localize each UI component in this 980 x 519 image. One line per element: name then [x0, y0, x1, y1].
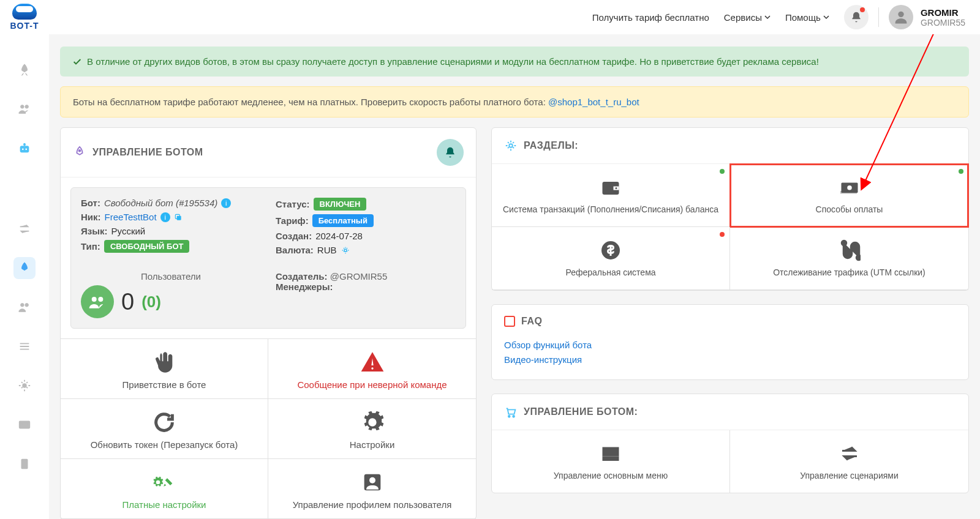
svg-point-2 — [25, 105, 28, 109]
svg-point-30 — [857, 256, 861, 260]
status-dot — [720, 232, 725, 237]
nav-free-tariff[interactable]: Получить тариф бесплатно — [592, 12, 709, 23]
svg-rect-13 — [176, 215, 181, 220]
gear-icon[interactable] — [341, 245, 350, 255]
sidebar-item-people[interactable] — [13, 296, 36, 318]
section-payment-methods[interactable]: Способы оплаты — [730, 164, 968, 227]
logo-text: BOT-T — [10, 21, 39, 31]
bot-icon — [18, 141, 31, 155]
divider — [878, 7, 879, 27]
users-icon — [81, 285, 114, 318]
wallet-icon — [600, 176, 622, 198]
swap-icon — [839, 442, 861, 465]
sidebar-item-rocket[interactable] — [13, 59, 36, 81]
tarif-badge: Бесплатный — [312, 214, 374, 227]
sections-title: РАЗДЕЛЫ: — [524, 140, 578, 151]
logo[interactable]: BOT-T — [0, 0, 49, 34]
tile-paid-settings[interactable]: Платные настройки — [61, 459, 268, 519]
svg-rect-11 — [21, 460, 27, 469]
cart-icon — [504, 405, 518, 419]
sidebar-item-launch[interactable] — [13, 257, 36, 279]
sidebar-item-stack[interactable] — [13, 335, 36, 357]
copy-icon[interactable] — [174, 213, 183, 222]
chevron-down-icon — [764, 14, 771, 20]
sidebar — [0, 34, 49, 519]
info-icon[interactable]: i — [221, 198, 231, 208]
svg-point-17 — [98, 297, 103, 302]
status-dot — [720, 169, 725, 174]
tile-wrong-cmd[interactable]: Сообщение при неверной команде — [268, 339, 476, 399]
svg-point-16 — [92, 297, 97, 302]
status-badge: ВКЛЮЧЕН — [314, 198, 367, 211]
rocket-icon — [18, 261, 31, 275]
avatar[interactable] — [889, 5, 913, 29]
tile-settings[interactable]: Настройки — [268, 399, 476, 459]
svg-point-7 — [21, 304, 24, 307]
manage-main-menu[interactable]: Управление основным меню — [492, 430, 730, 493]
route-icon — [839, 239, 861, 261]
stack-icon — [18, 340, 31, 353]
svg-point-24 — [616, 187, 617, 189]
menu-icon — [600, 442, 622, 465]
svg-point-5 — [25, 148, 27, 150]
svg-rect-34 — [603, 453, 618, 456]
swap-icon — [18, 222, 31, 236]
sidebar-item-swap[interactable] — [13, 218, 36, 240]
users-count: 0 — [121, 289, 134, 315]
manage-scenarios[interactable]: Управление сценариями — [730, 430, 968, 493]
faq-link-video[interactable]: Видео-инструкция — [504, 353, 956, 367]
nav-help[interactable]: Помощь — [785, 12, 829, 23]
sidebar-item-users[interactable] — [13, 98, 36, 120]
faq-card: FAQ Обзор функций бота Видео-инструкция — [491, 304, 969, 380]
notifications-button[interactable] — [844, 5, 869, 29]
section-referral[interactable]: Реферальная система — [492, 227, 730, 290]
sidebar-item-settings[interactable] — [13, 375, 36, 397]
sidebar-item-device[interactable] — [13, 453, 36, 475]
section-transactions[interactable]: Система транзакций (Пополнения/Списания)… — [492, 164, 730, 227]
tile-greeting[interactable]: Приветствие в боте — [61, 339, 268, 399]
money-icon — [839, 176, 861, 198]
info-icon[interactable]: i — [160, 212, 170, 222]
rocket-icon — [73, 146, 86, 159]
topbar: BOT-T Получить тариф бесплатно Сервисы П… — [0, 0, 980, 34]
wave-icon — [152, 350, 176, 375]
svg-point-12 — [79, 150, 81, 152]
users-icon — [18, 102, 31, 116]
svg-rect-33 — [603, 448, 618, 451]
svg-rect-6 — [23, 143, 26, 146]
sidebar-item-mail[interactable] — [13, 414, 36, 436]
svg-point-0 — [898, 12, 903, 17]
svg-point-26 — [847, 185, 852, 190]
nav-services[interactable]: Сервисы — [724, 12, 771, 23]
user-icon — [892, 9, 910, 26]
tile-refresh-token[interactable]: Обновить токен (Перезапуск бота) — [61, 399, 268, 459]
bot-nick-link[interactable]: FreeTesttBot — [105, 212, 157, 222]
bot-card-title: УПРАВЛЕНИЕ БОТОМ — [92, 147, 203, 158]
gear-edit-icon — [152, 470, 176, 495]
section-utm-tracking[interactable]: Отслеживание трафика (UTM ссылки) — [730, 227, 968, 290]
alert-warning: Боты на бесплатном тарифе работают медле… — [60, 86, 969, 118]
svg-point-21 — [509, 144, 513, 147]
faq-link-overview[interactable]: Обзор функций бота — [504, 338, 956, 353]
svg-point-19 — [369, 477, 375, 484]
svg-rect-3 — [20, 146, 29, 152]
svg-point-29 — [842, 241, 846, 245]
tile-user-profile[interactable]: Управление профилем пользователя — [268, 459, 476, 519]
svg-point-31 — [508, 416, 510, 417]
refresh-icon — [152, 410, 176, 435]
user-block[interactable]: GROMIR GROMIR55 — [921, 7, 965, 28]
svg-point-8 — [25, 304, 28, 307]
svg-rect-27 — [840, 191, 857, 194]
rocket-icon — [18, 63, 31, 77]
users-paren: (0) — [141, 293, 161, 312]
sidebar-item-bot[interactable] — [13, 137, 36, 159]
faq-title: FAQ — [521, 316, 542, 327]
warn-bot-link[interactable]: @shop1_bot_t_ru_bot — [548, 97, 639, 107]
main: В отличие от других видов ботов, в этом … — [49, 34, 980, 519]
bell-icon — [850, 11, 862, 23]
logo-icon — [12, 4, 37, 20]
bot-card-bell[interactable] — [437, 139, 464, 166]
svg-point-9 — [23, 384, 26, 387]
gear-icon — [360, 410, 385, 435]
bell-icon — [444, 146, 456, 159]
